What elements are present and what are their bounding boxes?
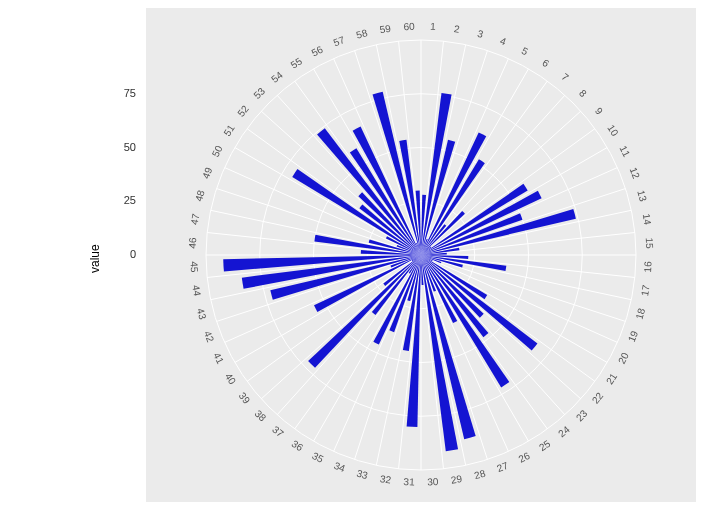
category-label-38: 38 [253,408,269,424]
category-label-60: 60 [403,21,415,33]
category-label-22: 22 [590,390,606,406]
category-label-41: 41 [211,351,226,366]
category-label-12: 12 [628,166,642,181]
category-label-45: 45 [188,261,200,273]
svg-line-57 [261,111,421,255]
category-label-17: 17 [639,284,652,297]
category-label-40: 40 [223,371,239,387]
category-label-9: 9 [593,105,605,117]
category-label-36: 36 [290,438,306,454]
category-label-34: 34 [332,460,347,474]
category-label-58: 58 [355,27,369,41]
category-label-54: 54 [269,69,285,85]
category-label-51: 51 [221,122,237,138]
svg-line-42 [277,255,421,415]
category-label-4: 4 [498,35,508,47]
y-tick-25: 25 [108,194,136,206]
category-label-18: 18 [634,307,648,321]
category-label-57: 57 [332,34,347,48]
category-label-50: 50 [210,143,225,158]
category-label-13: 13 [635,189,649,203]
y-tick-75: 75 [108,87,136,99]
category-label-6: 6 [540,57,551,69]
category-label-29: 29 [450,473,463,486]
category-label-53: 53 [251,85,267,101]
category-label-33: 33 [355,468,369,482]
category-label-11: 11 [617,144,632,159]
category-label-16: 16 [642,261,654,273]
category-label-43: 43 [195,307,209,321]
category-label-7: 7 [559,71,571,83]
category-label-8: 8 [577,87,589,99]
category-label-21: 21 [604,371,620,387]
category-label-27: 27 [495,460,510,474]
category-label-15: 15 [644,237,656,249]
category-label-47: 47 [189,212,202,225]
category-label-39: 39 [237,390,253,406]
category-label-5: 5 [520,45,530,58]
svg-line-32 [421,255,487,459]
category-label-19: 19 [626,329,640,344]
category-label-14: 14 [641,213,654,226]
category-label-23: 23 [574,407,590,423]
category-label-32: 32 [379,473,392,486]
category-label-20: 20 [616,350,631,365]
category-label-44: 44 [190,284,203,297]
category-label-55: 55 [289,55,305,71]
category-label-2: 2 [453,23,461,35]
svg-line-51 [207,233,421,255]
polar-plot: 1234567891011121314151617181920212223242… [146,8,696,502]
plot-panel: 1234567891011121314151617181920212223242… [146,8,696,502]
y-axis-label: value [88,244,102,273]
category-label-26: 26 [517,450,532,465]
category-label-52: 52 [235,103,251,119]
category-label-49: 49 [200,165,214,180]
category-label-3: 3 [476,28,485,40]
category-label-37: 37 [270,424,286,440]
category-label-46: 46 [187,237,199,249]
category-label-35: 35 [310,450,325,465]
category-label-31: 31 [403,476,415,488]
category-label-42: 42 [202,329,216,344]
chart-stage: 1234567891011121314151617181920212223242… [0,0,704,510]
category-label-10: 10 [605,123,621,139]
y-tick-0: 0 [108,248,136,260]
svg-line-62 [355,51,421,255]
y-tick-50: 50 [108,141,136,153]
category-label-24: 24 [556,423,572,439]
category-label-56: 56 [310,43,325,58]
category-label-59: 59 [379,23,392,36]
category-label-1: 1 [430,21,437,32]
category-label-28: 28 [473,468,487,482]
category-label-25: 25 [537,438,553,454]
category-label-48: 48 [193,189,207,203]
category-label-30: 30 [427,476,439,488]
svg-line-21 [421,255,635,277]
